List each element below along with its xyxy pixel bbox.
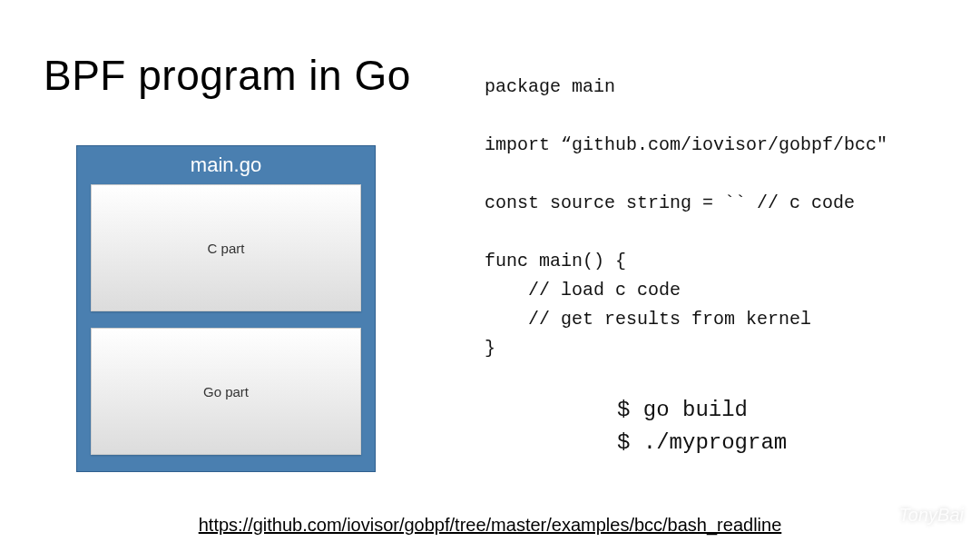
main-go-diagram: main.go C part Go part: [76, 145, 376, 472]
code-line: }: [485, 338, 495, 359]
go-part-box: Go part: [91, 328, 361, 455]
footer-link-wrap: https://github.com/iovisor/gobpf/tree/ma…: [0, 515, 980, 536]
slide-title: BPF program in Go: [44, 51, 411, 100]
code-line: package main: [485, 76, 615, 97]
shell-commands: $ go build $ ./myprogram: [617, 394, 787, 459]
go-part-label: Go part: [203, 384, 249, 399]
diagram-filename: main.go: [77, 153, 375, 177]
cmd-line: $ ./myprogram: [617, 430, 787, 455]
example-link[interactable]: https://github.com/iovisor/gobpf/tree/ma…: [199, 515, 782, 535]
watermark: TonyBai: [870, 505, 964, 527]
code-line: // get results from kernel: [485, 309, 811, 330]
go-code-block: package main import “github.com/iovisor/…: [485, 73, 953, 363]
c-part-box: C part: [91, 184, 361, 311]
wechat-icon: [870, 507, 890, 527]
code-line: const source string = `` // c code: [485, 192, 855, 213]
watermark-text: TonyBai: [898, 505, 964, 525]
code-line: func main() {: [485, 251, 626, 271]
cmd-line: $ go build: [617, 398, 748, 422]
code-line: // load c code: [485, 280, 681, 301]
code-line: import “github.com/iovisor/gobpf/bcc": [485, 134, 887, 155]
c-part-label: C part: [208, 241, 245, 256]
slide: BPF program in Go main.go C part Go part…: [0, 0, 980, 552]
